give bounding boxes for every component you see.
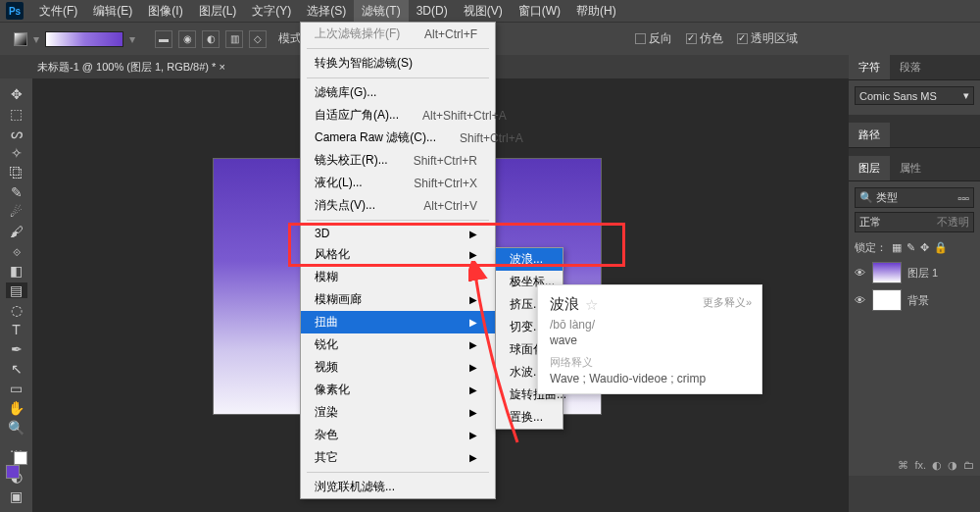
eyedropper-tool[interactable]: ✎ — [6, 184, 27, 200]
move-tool[interactable]: ✥ — [6, 86, 27, 102]
dict-pron: /bō làng/ — [550, 318, 750, 332]
lasso-tool[interactable]: ᔕ — [6, 126, 27, 141]
fg-color-icon[interactable] — [6, 465, 20, 479]
menu-help[interactable]: 帮助(H) — [568, 0, 624, 23]
tab-paragraph[interactable]: 段落 — [890, 55, 931, 79]
reverse-checkbox[interactable]: 反向 — [635, 30, 672, 47]
menu-render[interactable]: 渲染▶ — [301, 401, 495, 424]
tab-paths[interactable]: 路径 — [849, 123, 890, 147]
layer-row[interactable]: 👁 图层 1 — [855, 259, 974, 286]
menu-view[interactable]: 视图(V) — [456, 0, 511, 23]
crop-tool[interactable]: ⿻ — [6, 165, 27, 180]
eraser-tool[interactable]: ◧ — [6, 263, 27, 279]
layer-row[interactable]: 👁 背景 — [855, 286, 974, 314]
shape-tool[interactable]: ▭ — [6, 381, 27, 396]
layer-thumb[interactable] — [872, 262, 902, 283]
menu-blur[interactable]: 模糊▶ — [301, 266, 495, 288]
star-icon[interactable]: ☆ — [585, 296, 598, 314]
menu-type[interactable]: 文字(Y) — [244, 0, 299, 23]
menu-image[interactable]: 图像(I) — [140, 0, 190, 23]
grad-reflected-icon[interactable]: ▥ — [225, 30, 243, 48]
ps-logo: Ps — [6, 2, 24, 20]
grad-radial-icon[interactable]: ◉ — [178, 30, 196, 48]
layers-footer: ⌘ fx. ◐ ◑ 🗀 — [898, 459, 974, 472]
menu-layer[interactable]: 图层(L) — [191, 0, 245, 23]
visibility-icon[interactable]: 👁 — [855, 267, 866, 279]
menu-filter[interactable]: 滤镜(T) — [354, 0, 408, 23]
stamp-tool[interactable]: ⟐ — [6, 243, 27, 259]
transparency-checkbox[interactable]: 透明区域 — [737, 30, 798, 47]
hand-tool[interactable]: ✋ — [6, 400, 27, 416]
grad-angle-icon[interactable]: ◐ — [202, 30, 220, 48]
adjustment-icon[interactable]: ◑ — [948, 459, 957, 472]
menu-pixelate[interactable]: 像素化▶ — [301, 379, 495, 401]
menu-window[interactable]: 窗口(W) — [511, 0, 568, 23]
mask-icon[interactable]: ◐ — [932, 459, 942, 472]
menu-file[interactable]: 文件(F) — [31, 0, 85, 23]
menu-3d[interactable]: 3D(D) — [409, 1, 456, 21]
menu-distort[interactable]: 扭曲▶ — [301, 311, 495, 333]
bg-color-icon[interactable] — [14, 451, 27, 465]
toolbar: ✥ ⬚ ᔕ ✧ ⿻ ✎ ☄ 🖌 ⟐ ◧ ▤ ◌ T ✒ ↖ ▭ ✋ 🔍 … ◐ … — [0, 78, 32, 512]
grad-linear-icon[interactable]: ▬ — [155, 30, 172, 48]
type-tool[interactable]: T — [6, 322, 27, 337]
menu-last-filter[interactable]: 上次滤镜操作(F)Alt+Ctrl+F — [301, 23, 495, 45]
menu-gallery[interactable]: 滤镜库(G)... — [301, 81, 495, 104]
lock-row: 锁定： ▦ ✎ ✥ 🔒 — [855, 236, 974, 259]
doc-tab[interactable]: 未标题-1 @ 100% (图层 1, RGB/8#) * × — [29, 56, 233, 78]
lock-all-icon[interactable]: 🔒 — [934, 241, 948, 254]
dict-more-link[interactable]: 更多释义» — [703, 295, 752, 310]
gradient-preview[interactable] — [45, 31, 123, 47]
lock-paint-icon[interactable]: ✎ — [906, 241, 915, 254]
menu-vanish[interactable]: 消失点(V)...Alt+Ctrl+V — [301, 194, 495, 217]
dict-net-label: 网络释义 — [550, 355, 750, 370]
font-dropdown[interactable]: Comic Sans MS▾ — [855, 86, 974, 105]
menu-smart[interactable]: 转换为智能滤镜(S) — [301, 52, 495, 75]
submenu-displace[interactable]: 置换... — [496, 406, 563, 429]
menu-browse-online[interactable]: 浏览联机滤镜... — [301, 476, 495, 498]
marquee-tool[interactable]: ⬚ — [6, 106, 27, 122]
menu-blurgallery[interactable]: 模糊画廊▶ — [301, 288, 495, 311]
tab-layers[interactable]: 图层 — [849, 156, 890, 180]
dither-checkbox[interactable]: 仿色 — [686, 30, 723, 47]
menu-edit[interactable]: 编辑(E) — [85, 0, 140, 23]
menu-adaptive[interactable]: 自适应广角(A)...Alt+Shift+Ctrl+A — [301, 104, 495, 127]
blur-tool[interactable]: ◌ — [6, 302, 27, 318]
blend-mode-dropdown[interactable]: 正常不透明 — [855, 212, 974, 232]
group-icon[interactable]: 🗀 — [963, 459, 974, 472]
more-tools-icon[interactable]: ▦ — [6, 508, 27, 512]
layer-kind-dropdown[interactable]: 🔍 类型▫▫▫ — [855, 187, 974, 208]
tab-character[interactable]: 字符 — [849, 55, 890, 79]
menu-camera[interactable]: Camera Raw 滤镜(C)...Shift+Ctrl+A — [301, 127, 495, 149]
visibility-icon[interactable]: 👁 — [855, 294, 866, 306]
right-panels: 字符 段落 Comic Sans MS▾ 路径 图层 属性 🔍 类型▫▫▫ 正常… — [849, 55, 980, 512]
heal-tool[interactable]: ☄ — [6, 204, 27, 220]
brush-tool[interactable]: 🖌 — [6, 224, 27, 239]
gradient-tool[interactable]: ▤ — [6, 282, 27, 298]
link-icon[interactable]: ⌘ — [898, 459, 908, 472]
menu-sharpen[interactable]: 锐化▶ — [301, 333, 495, 356]
layer-thumb[interactable] — [872, 289, 902, 311]
grad-diamond-icon[interactable]: ◇ — [249, 30, 267, 48]
wand-tool[interactable]: ✧ — [6, 145, 27, 161]
screenmode-icon[interactable]: ▣ — [6, 488, 27, 504]
lock-pixels-icon[interactable]: ▦ — [892, 241, 902, 254]
zoom-tool[interactable]: 🔍 — [6, 420, 27, 435]
menu-noise[interactable]: 杂色▶ — [301, 424, 495, 446]
pen-tool[interactable]: ✒ — [6, 341, 27, 357]
menu-lens[interactable]: 镜头校正(R)...Shift+Ctrl+R — [301, 149, 495, 172]
menu-video[interactable]: 视频▶ — [301, 356, 495, 379]
layer-name[interactable]: 背景 — [907, 293, 929, 308]
tab-properties[interactable]: 属性 — [890, 156, 931, 180]
lock-move-icon[interactable]: ✥ — [920, 241, 929, 254]
fx-icon[interactable]: fx. — [914, 459, 926, 472]
menu-select[interactable]: 选择(S) — [299, 0, 354, 23]
layer-name[interactable]: 图层 1 — [907, 266, 938, 281]
menu-other[interactable]: 其它▶ — [301, 446, 495, 469]
tool-preset-icon[interactable] — [14, 32, 27, 46]
dict-def: wave — [550, 333, 750, 347]
dictionary-popup: 波浪☆ 更多释义» /bō làng/ wave 网络释义 Wave ; Wau… — [537, 284, 762, 394]
path-tool[interactable]: ↖ — [6, 361, 27, 377]
annotation-box — [288, 223, 625, 267]
menu-liquify[interactable]: 液化(L)...Shift+Ctrl+X — [301, 172, 495, 194]
